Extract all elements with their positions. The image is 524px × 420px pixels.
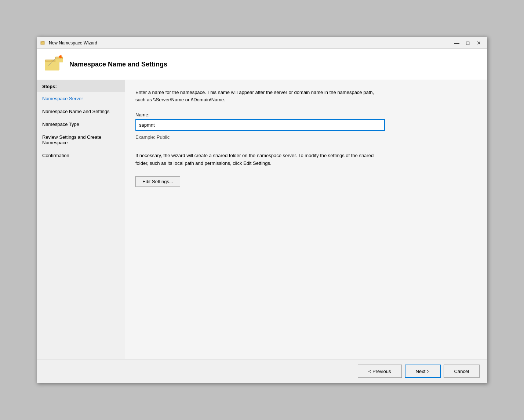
- sidebar-item-namespace-name[interactable]: Namespace Name and Settings: [37, 105, 125, 118]
- maximize-button[interactable]: □: [463, 39, 473, 47]
- divider: [135, 146, 385, 146]
- previous-button[interactable]: < Previous: [358, 365, 402, 378]
- header-icon: ✱: [44, 55, 63, 74]
- sidebar-item-review-settings[interactable]: Review Settings and Create Namespace: [37, 131, 125, 149]
- window-icon: [40, 40, 47, 46]
- steps-label: Steps:: [37, 80, 125, 92]
- name-input[interactable]: [135, 119, 385, 131]
- minimize-button[interactable]: —: [452, 39, 462, 47]
- next-button[interactable]: Next >: [405, 365, 441, 378]
- footer: < Previous Next > Cancel: [37, 359, 487, 383]
- main-content: Enter a name for the namespace. This nam…: [125, 80, 487, 359]
- cancel-button[interactable]: Cancel: [444, 365, 480, 378]
- name-form-group: Name:: [135, 112, 477, 131]
- settings-description: If necessary, the wizard will create a s…: [135, 152, 385, 167]
- sidebar-item-namespace-server[interactable]: Namespace Server: [37, 92, 125, 105]
- content-area: Steps: Namespace Server Namespace Name a…: [37, 80, 487, 359]
- title-bar: New Namespace Wizard — □ ✕: [37, 37, 487, 49]
- page-title: Namespace Name and Settings: [69, 61, 167, 68]
- sidebar: Steps: Namespace Server Namespace Name a…: [37, 80, 125, 359]
- edit-settings-button[interactable]: Edit Settings...: [135, 176, 180, 187]
- close-button[interactable]: ✕: [474, 39, 484, 47]
- wizard-window: New Namespace Wizard — □ ✕ ✱ Na: [37, 37, 487, 383]
- svg-rect-0: [41, 41, 44, 44]
- name-label: Name:: [135, 112, 477, 117]
- svg-text:✱: ✱: [58, 55, 62, 59]
- header-area: ✱ Namespace Name and Settings: [37, 49, 487, 80]
- window-title: New Namespace Wizard: [49, 40, 97, 46]
- sidebar-item-namespace-type[interactable]: Namespace Type: [37, 118, 125, 131]
- sidebar-item-confirmation[interactable]: Confirmation: [37, 149, 125, 162]
- intro-text: Enter a name for the namespace. This nam…: [135, 89, 385, 103]
- example-text: Example: Public: [135, 134, 477, 140]
